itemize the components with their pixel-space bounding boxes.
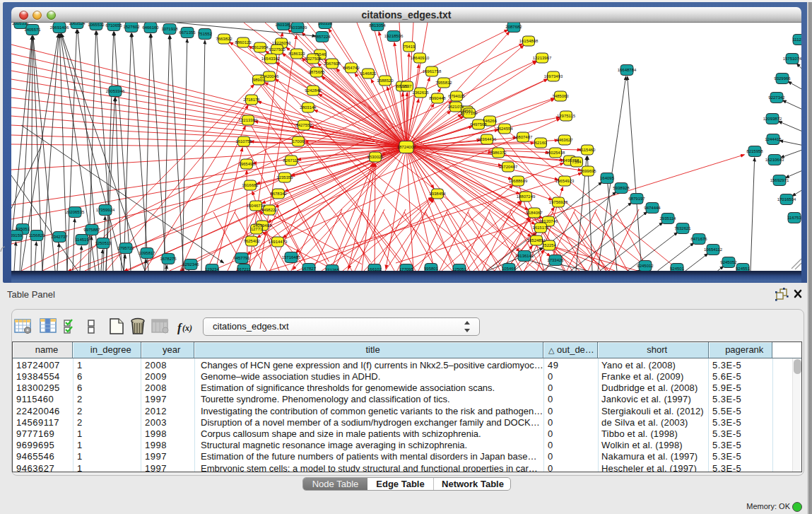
svg-text:1065532: 1065532 <box>88 23 105 27</box>
svg-text:1733426: 1733426 <box>547 258 564 262</box>
svg-text:98901: 98901 <box>253 78 265 82</box>
svg-text:252254: 252254 <box>542 243 557 247</box>
svg-text:10025438: 10025438 <box>546 151 565 155</box>
svg-text:17016504: 17016504 <box>777 197 796 201</box>
svg-text:13226053: 13226053 <box>272 41 291 45</box>
svg-text:3624554: 3624554 <box>496 127 513 131</box>
svg-text:9245012: 9245012 <box>637 264 654 268</box>
svg-text:8471676: 8471676 <box>690 237 707 241</box>
svg-text:1965493: 1965493 <box>238 162 255 166</box>
svg-text:12213967: 12213967 <box>533 56 552 60</box>
svg-text:16961758: 16961758 <box>423 69 442 74</box>
svg-text:164095: 164095 <box>600 176 615 180</box>
svg-text:18724007: 18724007 <box>397 145 416 149</box>
svg-text:1405571: 1405571 <box>24 28 41 32</box>
svg-text:1250513: 1250513 <box>95 241 112 245</box>
svg-text:8215958: 8215958 <box>746 149 763 153</box>
svg-text:8813054: 8813054 <box>369 23 386 28</box>
svg-text:1244415: 1244415 <box>765 137 782 141</box>
svg-text:1530021: 1530021 <box>367 155 384 159</box>
svg-text:9474444: 9474444 <box>644 206 661 210</box>
svg-text:3498222: 3498222 <box>261 208 278 212</box>
svg-text:10688609: 10688609 <box>509 179 528 183</box>
svg-text:6671355: 6671355 <box>179 30 196 35</box>
svg-text:7663822: 7663822 <box>216 37 233 41</box>
svg-text:835051: 835051 <box>16 227 30 231</box>
svg-text:18807249: 18807249 <box>517 194 536 199</box>
svg-text:9975887: 9975887 <box>83 228 100 232</box>
svg-text:114519: 114519 <box>75 238 89 242</box>
svg-text:771265: 771265 <box>325 268 340 271</box>
svg-text:9327500: 9327500 <box>269 47 286 52</box>
svg-text:1610755: 1610755 <box>235 139 252 144</box>
svg-text:9329966: 9329966 <box>774 76 791 81</box>
svg-text:2718176: 2718176 <box>243 98 260 102</box>
svg-text:16033809: 16033809 <box>288 25 307 30</box>
svg-text:3875685: 3875685 <box>308 70 325 74</box>
svg-text:8678342: 8678342 <box>270 192 287 196</box>
svg-text:9463627: 9463627 <box>556 138 573 142</box>
svg-text:111218: 111218 <box>792 37 801 42</box>
svg-text:19654923: 19654923 <box>555 179 575 183</box>
svg-text:20691406: 20691406 <box>50 25 69 30</box>
svg-text:12093872: 12093872 <box>763 117 782 121</box>
svg-text:16543382: 16543382 <box>261 57 281 61</box>
svg-text:15716485: 15716485 <box>282 255 301 259</box>
svg-text:9227342: 9227342 <box>768 95 785 100</box>
svg-text:1156829: 1156829 <box>29 233 46 238</box>
svg-text:17006: 17006 <box>293 139 305 144</box>
svg-text:8860123: 8860123 <box>235 40 252 45</box>
svg-text:567211: 567211 <box>237 267 251 271</box>
svg-text:1588520: 1588520 <box>377 78 394 83</box>
svg-text:1235359: 1235359 <box>276 175 293 180</box>
svg-text:160338: 160338 <box>318 23 333 25</box>
svg-text:1615172: 1615172 <box>532 226 549 230</box>
svg-text:2967608: 2967608 <box>324 62 341 66</box>
svg-text:6794028: 6794028 <box>448 94 465 98</box>
svg-text:8990448: 8990448 <box>429 96 446 100</box>
svg-text:2803144: 2803144 <box>300 105 317 110</box>
svg-text:14136141: 14136141 <box>515 254 534 258</box>
svg-text:7594: 7594 <box>572 160 582 164</box>
svg-text:20053346: 20053346 <box>106 89 125 93</box>
svg-text:10807487: 10807487 <box>514 135 533 139</box>
svg-text:20364436: 20364436 <box>478 137 497 141</box>
svg-text:18640910: 18640910 <box>411 56 430 60</box>
svg-text:9245052: 9245052 <box>720 260 737 264</box>
svg-text:129234: 129234 <box>205 267 220 271</box>
svg-text:9537: 9537 <box>402 84 412 88</box>
svg-text:1095817: 1095817 <box>139 251 155 255</box>
svg-text:105466: 105466 <box>502 267 517 271</box>
svg-text:15720407: 15720407 <box>499 165 518 169</box>
svg-text:9184067: 9184067 <box>526 211 543 215</box>
svg-text:19756928: 19756928 <box>549 200 568 204</box>
svg-text:0699695: 0699695 <box>579 169 596 173</box>
svg-text:1916682: 1916682 <box>242 183 259 187</box>
svg-text:1678275: 1678275 <box>160 257 177 261</box>
svg-text:6710655: 6710655 <box>105 23 122 28</box>
svg-text:75419: 75419 <box>404 45 416 49</box>
svg-text:6466160: 6466160 <box>142 25 159 30</box>
svg-text:2005333: 2005333 <box>12 23 29 25</box>
svg-text:1795722: 1795722 <box>117 246 134 250</box>
svg-text:166102: 166102 <box>367 267 382 271</box>
svg-text:8186323: 8186323 <box>288 52 305 56</box>
svg-text:9115460: 9115460 <box>579 148 596 152</box>
svg-text:9242848: 9242848 <box>305 88 322 93</box>
svg-text:7986372: 7986372 <box>490 151 507 155</box>
svg-text:6879197: 6879197 <box>628 197 645 201</box>
svg-text:9327508: 9327508 <box>305 57 322 61</box>
svg-text:5938928: 5938928 <box>613 186 630 190</box>
svg-text:10973493: 10973493 <box>544 74 563 78</box>
svg-text:1362615: 1362615 <box>412 90 429 95</box>
svg-text:10120746: 10120746 <box>539 219 558 223</box>
svg-text:1292346: 1292346 <box>182 262 199 267</box>
svg-text:7955812: 7955812 <box>435 81 452 85</box>
svg-text:9777169: 9777169 <box>461 111 478 115</box>
svg-text:39159: 39159 <box>11 233 23 238</box>
svg-text:15751074: 15751074 <box>783 57 801 61</box>
svg-text:7485063: 7485063 <box>552 94 569 98</box>
svg-text:(x): (x) <box>182 323 192 333</box>
svg-text:17359924: 17359924 <box>96 208 115 212</box>
svg-text:6497568: 6497568 <box>470 122 487 127</box>
